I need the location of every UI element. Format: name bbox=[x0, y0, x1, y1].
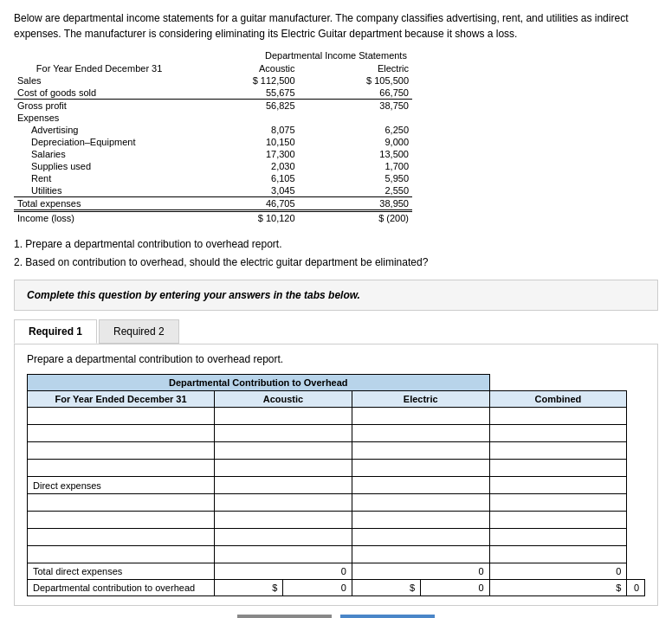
contrib-row-label: Total direct expenses bbox=[28, 563, 215, 580]
inc-row-electric: $ (200) bbox=[299, 211, 412, 225]
income-statement-section: Departmental Income Statements For Year … bbox=[14, 50, 658, 224]
contrib-acoustic-input[interactable] bbox=[215, 494, 352, 512]
contrib-combined-input[interactable] bbox=[489, 529, 627, 546]
contrib-acoustic-val: 0 bbox=[283, 580, 352, 596]
inc-row-electric: 9,000 bbox=[299, 136, 412, 148]
intro-text: Below are departmental income statements… bbox=[14, 10, 658, 42]
contrib-combined-val: 0 bbox=[627, 580, 645, 596]
contrib-electric-input[interactable] bbox=[352, 425, 489, 442]
contrib-table-title: Departmental Contribution to Overhead bbox=[28, 375, 490, 391]
inc-header-electric: Electric bbox=[299, 62, 412, 74]
inc-row-acoustic: 8,075 bbox=[184, 124, 298, 136]
contrib-electric-val: 0 bbox=[352, 563, 489, 580]
contrib-acoustic-input[interactable] bbox=[215, 512, 352, 529]
contrib-acoustic-input[interactable] bbox=[215, 425, 352, 442]
contrib-electric-input[interactable] bbox=[352, 529, 489, 546]
inc-row-label: Sales bbox=[14, 74, 184, 87]
inc-row-label: Salaries bbox=[14, 148, 184, 160]
inc-row-electric bbox=[299, 112, 412, 124]
inc-row-acoustic: 17,300 bbox=[184, 148, 298, 160]
inc-row-electric: $ 105,500 bbox=[299, 74, 412, 87]
inc-row-acoustic bbox=[184, 112, 298, 124]
question1: 1. Prepare a departmental contribution t… bbox=[14, 236, 658, 253]
inc-header-acoustic: Acoustic bbox=[184, 62, 298, 74]
contrib-row-label bbox=[28, 546, 215, 563]
contrib-acoustic-input[interactable] bbox=[215, 546, 352, 563]
contrib-row-label bbox=[28, 494, 215, 512]
contrib-combined-input[interactable] bbox=[489, 442, 627, 460]
contrib-combined-prefix: $ bbox=[489, 580, 627, 596]
inc-row-label: Rent bbox=[14, 172, 184, 184]
contrib-acoustic-prefix: $ bbox=[215, 580, 283, 596]
contrib-combined-val: 0 bbox=[489, 563, 627, 580]
contrib-row-label bbox=[28, 425, 215, 442]
contrib-row-label: Direct expenses bbox=[28, 477, 215, 494]
contrib-acoustic-input[interactable] bbox=[215, 477, 352, 494]
contrib-col4-header: Combined bbox=[489, 391, 627, 408]
contrib-acoustic-input[interactable] bbox=[215, 408, 352, 425]
inc-row-acoustic: 56,825 bbox=[184, 100, 298, 113]
prev-button[interactable]: < Required 1 bbox=[237, 615, 332, 618]
contrib-acoustic-val: 0 bbox=[215, 563, 352, 580]
contrib-combined-input[interactable] bbox=[489, 477, 627, 494]
income-title1: Departmental Income Statements bbox=[14, 50, 658, 61]
tab-required2[interactable]: Required 2 bbox=[99, 319, 179, 344]
inc-row-label: Expenses bbox=[14, 112, 184, 124]
inc-row-label: Supplies used bbox=[14, 160, 184, 172]
contrib-electric-input[interactable] bbox=[352, 460, 489, 477]
inc-row-acoustic: 2,030 bbox=[184, 160, 298, 172]
next-button[interactable]: Required 2 > bbox=[340, 615, 435, 618]
contrib-row-label bbox=[28, 512, 215, 529]
complete-box-text: Complete this question by entering your … bbox=[27, 289, 360, 301]
inc-row-electric: 5,950 bbox=[299, 172, 412, 184]
contrib-combined-input[interactable] bbox=[489, 425, 627, 442]
contrib-electric-input[interactable] bbox=[352, 494, 489, 512]
nav-buttons: < Required 1 Required 2 > bbox=[14, 615, 658, 618]
question2: 2. Based on contribution to overhead, sh… bbox=[14, 254, 658, 271]
contrib-col2-header: Acoustic bbox=[215, 391, 352, 408]
inc-row-acoustic: 55,675 bbox=[184, 87, 298, 100]
contrib-combined-input[interactable] bbox=[489, 546, 627, 563]
contrib-combined-input[interactable] bbox=[489, 494, 627, 512]
contrib-col3-header: Electric bbox=[352, 391, 489, 408]
contrib-electric-input[interactable] bbox=[352, 408, 489, 425]
contrib-table: Departmental Contribution to Overhead Fo… bbox=[27, 374, 645, 596]
inc-row-electric: 66,750 bbox=[299, 87, 412, 100]
inc-row-electric: 38,750 bbox=[299, 100, 412, 113]
inc-row-electric: 1,700 bbox=[299, 160, 412, 172]
inc-row-acoustic: 10,150 bbox=[184, 136, 298, 148]
inc-row-acoustic: 3,045 bbox=[184, 184, 298, 197]
contrib-electric-input[interactable] bbox=[352, 512, 489, 529]
inc-row-electric: 13,500 bbox=[299, 148, 412, 160]
inc-row-label: Utilities bbox=[14, 184, 184, 197]
contrib-combined-input[interactable] bbox=[489, 512, 627, 529]
tabs-row: Required 1 Required 2 bbox=[14, 319, 658, 344]
contrib-row-label bbox=[28, 442, 215, 460]
contrib-electric-input[interactable] bbox=[352, 442, 489, 460]
prepare-label: Prepare a departmental contribution to o… bbox=[27, 353, 645, 365]
inc-row-electric: 38,950 bbox=[299, 197, 412, 211]
contrib-electric-prefix: $ bbox=[352, 580, 420, 596]
contrib-row-label bbox=[28, 408, 215, 425]
inc-row-acoustic: 6,105 bbox=[184, 172, 298, 184]
inc-header-label: For Year Ended December 31 bbox=[14, 62, 184, 74]
inc-row-label: Depreciation–Equipment bbox=[14, 136, 184, 148]
contrib-acoustic-input[interactable] bbox=[215, 460, 352, 477]
contrib-row-label: Departmental contribution to overhead bbox=[28, 580, 215, 596]
inc-row-acoustic: $ 112,500 bbox=[184, 74, 298, 87]
contrib-row-label bbox=[28, 529, 215, 546]
contrib-combined-input[interactable] bbox=[489, 460, 627, 477]
contrib-acoustic-input[interactable] bbox=[215, 529, 352, 546]
tab-required1[interactable]: Required 1 bbox=[14, 319, 97, 344]
inc-row-label: Income (loss) bbox=[14, 211, 184, 225]
tab-content-area: Prepare a departmental contribution to o… bbox=[14, 344, 658, 606]
contrib-col1-header: For Year Ended December 31 bbox=[28, 391, 215, 408]
inc-row-electric: 6,250 bbox=[299, 124, 412, 136]
contrib-combined-input[interactable] bbox=[489, 408, 627, 425]
questions-section: 1. Prepare a departmental contribution t… bbox=[14, 236, 658, 271]
contrib-electric-input[interactable] bbox=[352, 477, 489, 494]
contrib-row-label bbox=[28, 460, 215, 477]
contrib-electric-input[interactable] bbox=[352, 546, 489, 563]
contrib-acoustic-input[interactable] bbox=[215, 442, 352, 460]
contrib-electric-val: 0 bbox=[421, 580, 489, 596]
